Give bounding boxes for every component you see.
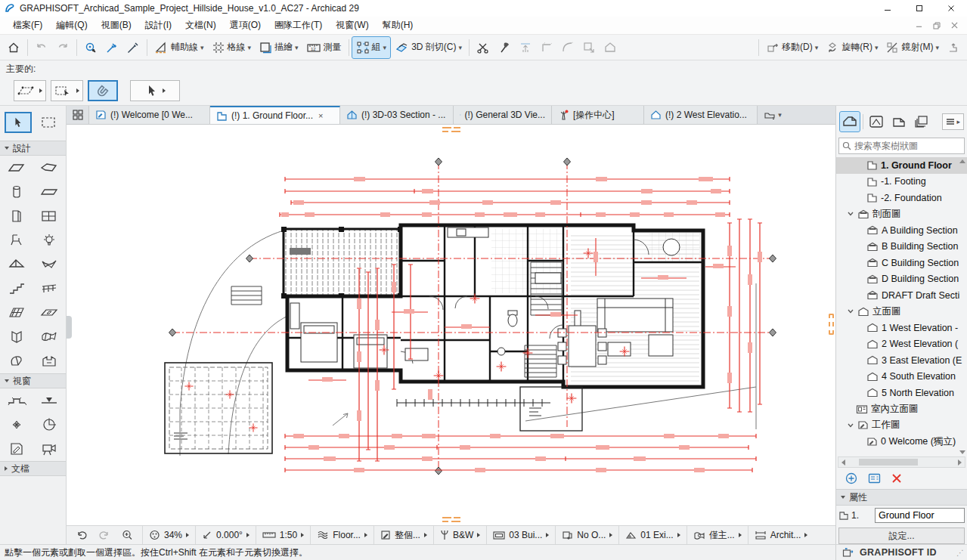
chevron-down-icon[interactable] [847,423,854,428]
guide-lines-button[interactable]: 輔助線▾ [150,37,208,58]
scroll-down-icon[interactable] [959,450,965,454]
move-button[interactable]: 移動(D)▾ [762,37,822,58]
tree-search-box[interactable] [838,138,965,154]
tab-welcome[interactable]: (!) Welcome [0 We... [89,106,210,124]
tree-item-elevation-4[interactable]: 4 South Elevation [836,369,967,385]
window-tool[interactable] [33,204,67,228]
lamp-tool[interactable] [33,228,67,252]
menu-design[interactable]: 設計(I) [138,17,178,34]
tab-west-elevation[interactable]: (!) 2 West Elevatio... [644,106,758,124]
arrow-tool-flyout-button[interactable] [130,80,180,101]
chevron-down-icon[interactable] [847,212,854,216]
beam-tool[interactable] [33,180,67,204]
tree-item-interior-elevations[interactable]: 室內立面圖 [836,401,967,418]
tree-item-elevation-3[interactable]: 3 East Elevation (E [836,352,967,369]
slab-tool[interactable] [33,156,67,180]
trace-button[interactable]: 描繪▾ [255,37,302,58]
previous-view-button[interactable] [71,528,92,543]
rotate-button[interactable]: 旋轉(R)▾ [822,37,882,58]
toolbox-section-views[interactable]: 視窗 [0,373,66,388]
trace-handle-right[interactable] [829,314,834,335]
scrollbar-thumb[interactable] [859,459,918,466]
palette-handle-left[interactable] [67,316,72,339]
elevation-tool[interactable] [33,388,67,413]
tree-item-footing[interactable]: -1. Footing [836,174,967,190]
resize-grip[interactable]: ⋰ [956,549,965,557]
interior-elevation-tool[interactable] [0,413,33,437]
scroll-right-icon[interactable] [958,459,962,466]
project-map-button[interactable] [840,112,860,131]
tree-item-foundation[interactable]: -2. Foundation [836,190,967,206]
minimize-button[interactable] [872,0,903,17]
tab-general-3d[interactable]: (!) General 3D Vie... [454,106,552,124]
tree-item-section-d[interactable]: D Building Section [836,271,967,288]
undo-button[interactable] [31,37,52,58]
add-item-button[interactable] [845,472,857,484]
home-button[interactable] [3,37,24,58]
section-tool[interactable] [0,388,33,413]
menu-view[interactable]: 視圖(B) [95,17,138,34]
layout-book-button[interactable] [889,112,909,131]
view-map-button[interactable] [866,112,886,131]
worksheet-tool[interactable] [0,437,33,461]
tree-item-elevation-5[interactable]: 5 North Elevation [836,385,967,401]
tab-ground-floor[interactable]: (!) 1. Ground Floor... × [210,106,340,124]
graphisoft-id-area[interactable]: GRAPHISOFT ID ⋰ [835,545,967,560]
detail-tool[interactable] [33,413,67,437]
camera-tool[interactable] [33,437,67,461]
cutaway-button[interactable]: 3D 剖切(C)▾ [390,37,466,58]
toolbox-section-document[interactable]: 文檔 [0,461,66,476]
chevron-down-icon[interactable] [847,309,854,314]
magnet-snap-button[interactable] [88,80,118,101]
menu-file[interactable]: 檔案(F) [6,17,49,34]
grid-button[interactable]: 格線▾ [208,37,256,58]
layer-combination-control[interactable]: Floor... [310,526,373,544]
menu-teamwork[interactable]: 團隊工作(T) [268,17,329,34]
pen-set-control[interactable]: 整個... [373,526,433,544]
item-settings-button[interactable] [868,473,881,484]
search-input[interactable] [854,141,961,151]
railing-tool[interactable] [33,277,67,301]
tab-section[interactable]: (!) 3D-03 Section - ... [340,106,454,124]
opening-tool[interactable] [33,301,67,325]
settings-button[interactable]: 設定... [838,528,965,544]
menu-document[interactable]: 文檔(N) [178,17,223,34]
adjust-axe-icon[interactable] [494,37,515,58]
child-minimize-button[interactable] [916,22,922,29]
arrow-tool-button[interactable] [5,112,32,133]
tree-item-section-a[interactable]: A Building Section [836,222,967,239]
door-tool[interactable] [0,204,33,228]
maximize-button[interactable] [903,0,935,17]
roof-tool[interactable] [0,252,33,277]
zoom-level-control[interactable]: 34% [142,526,195,544]
tree-item-section-draft[interactable]: DRAFT Draft Secti [836,287,967,304]
wall-tool[interactable] [0,156,33,180]
close-button[interactable] [935,0,967,17]
child-close-button[interactable] [951,22,958,29]
story-name-field[interactable] [875,508,965,523]
stair-tool[interactable] [0,277,33,301]
tab-overview-grid-icon[interactable] [67,106,89,124]
elevate-button[interactable] [943,37,964,58]
tab-close-icon[interactable]: × [318,111,323,120]
zone-tool[interactable] [0,325,33,349]
menu-edit[interactable]: 編輯(Q) [49,17,94,34]
shell-tool[interactable] [33,252,67,277]
redo-button[interactable] [52,37,73,58]
morph-tool[interactable] [0,349,33,373]
menu-help[interactable]: 幫助(H) [376,17,420,34]
orientation-control[interactable]: 0.000° [195,526,256,544]
menu-window[interactable]: 視窗(W) [329,17,375,34]
renovation-override-control[interactable]: No O... [555,526,618,544]
dimension-style-control[interactable]: Archit... [748,526,814,544]
tree-folder-worksheets[interactable]: 工作圖 [836,417,967,434]
delete-item-button[interactable] [891,473,902,484]
mirror-button[interactable]: 鏡射(M)▾ [882,37,943,58]
split-scissors-icon[interactable] [473,37,494,58]
tree-item-elevation-2[interactable]: 2 West Elevation ( [836,336,967,353]
camera-preview-control[interactable]: 僅主... [687,526,748,544]
tree-item-elevation-1[interactable]: 1 West Elevation - [836,320,967,336]
child-restore-button[interactable] [933,22,941,29]
tree-folder-elevations[interactable]: 立面圖 [836,304,967,320]
tree-item-ground-floor[interactable]: 1. Ground Floor [836,157,967,174]
